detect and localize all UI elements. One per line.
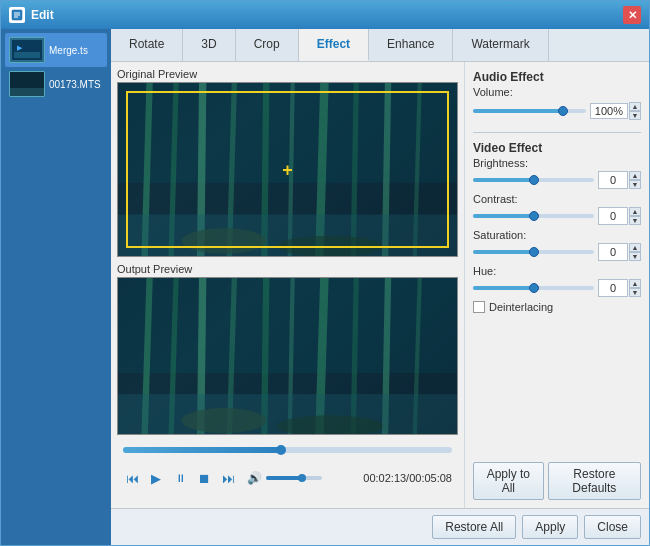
volume-area: 🔊 <box>247 471 322 485</box>
tab-rotate[interactable]: Rotate <box>111 29 183 61</box>
volume-value: 100% <box>590 103 628 119</box>
contrast-thumb[interactable] <box>529 211 539 221</box>
hue-label-row: Hue: <box>473 265 641 277</box>
title-bar: Edit ✕ <box>1 1 649 29</box>
sidebar-item-file[interactable]: 00173.MTS <box>5 67 107 101</box>
svg-point-37 <box>182 408 267 433</box>
tab-watermark[interactable]: Watermark <box>453 29 548 61</box>
contrast-down[interactable]: ▼ <box>629 216 641 225</box>
contrast-track[interactable] <box>473 214 594 218</box>
hue-fill <box>473 286 534 290</box>
brightness-down[interactable]: ▼ <box>629 180 641 189</box>
brightness-label-row: Brightness: <box>473 157 641 169</box>
saturation-label: Saturation: <box>473 229 543 241</box>
volume-effect-track[interactable] <box>473 109 586 113</box>
brightness-thumb[interactable] <box>529 175 539 185</box>
saturation-thumb[interactable] <box>529 247 539 257</box>
saturation-up[interactable]: ▲ <box>629 243 641 252</box>
volume-slider-container <box>473 104 586 118</box>
saturation-slider-row: ▲ ▼ <box>473 243 641 261</box>
tab-3d[interactable]: 3D <box>183 29 235 61</box>
hue-value[interactable] <box>598 279 628 297</box>
hue-track[interactable] <box>473 286 594 290</box>
app-icon <box>9 7 25 23</box>
saturation-value[interactable] <box>598 243 628 261</box>
tab-bar: Rotate 3D Crop Effect Enhance Watermark <box>111 29 649 62</box>
progress-track[interactable] <box>123 447 452 453</box>
svg-rect-5 <box>14 52 40 58</box>
edit-window: Edit ✕ ▶ Merge.ts 00173.MTS Rota <box>0 0 650 546</box>
close-dialog-button[interactable]: Close <box>584 515 641 539</box>
time-display: 00:02:13/00:05:08 <box>363 472 452 484</box>
close-button[interactable]: ✕ <box>623 6 641 24</box>
saturation-fill <box>473 250 534 254</box>
effects-panel: Audio Effect Volume: <box>464 62 649 508</box>
saturation-track[interactable] <box>473 250 594 254</box>
original-video-frame: + <box>117 82 458 257</box>
brightness-up[interactable]: ▲ <box>629 171 641 180</box>
output-video-frame <box>117 277 458 435</box>
brightness-fill <box>473 178 534 182</box>
apply-to-all-button[interactable]: Apply to All <box>473 462 544 500</box>
volume-slider-row: 100% ▲ ▼ <box>473 102 641 120</box>
apply-button[interactable]: Apply <box>522 515 578 539</box>
saturation-slider-container <box>473 245 594 259</box>
svg-rect-8 <box>10 88 45 97</box>
contrast-slider-row: ▲ ▼ <box>473 207 641 225</box>
original-video-placeholder: + <box>118 83 457 256</box>
progress-thumb[interactable] <box>276 445 286 455</box>
volume-effect-thumb[interactable] <box>558 106 568 116</box>
skip-back-button[interactable]: ⏮ <box>123 469 141 487</box>
restore-all-button[interactable]: Restore All <box>432 515 516 539</box>
hue-label: Hue: <box>473 265 543 277</box>
contrast-fill <box>473 214 534 218</box>
volume-up-arrow[interactable]: ▲ <box>629 102 641 111</box>
brightness-slider-row: ▲ ▼ <box>473 171 641 189</box>
sidebar: ▶ Merge.ts 00173.MTS <box>1 29 111 545</box>
brightness-spinners: ▲ ▼ <box>629 171 641 189</box>
deinterlacing-checkbox[interactable] <box>473 301 485 313</box>
contrast-value[interactable] <box>598 207 628 225</box>
file-filename: 00173.MTS <box>49 79 101 90</box>
saturation-label-row: Saturation: <box>473 229 641 241</box>
brightness-track[interactable] <box>473 178 594 182</box>
volume-icon: 🔊 <box>247 471 262 485</box>
video-panels: Original Preview <box>111 62 464 508</box>
audio-effect-section: Audio Effect Volume: <box>473 70 641 124</box>
volume-thumb[interactable] <box>298 474 306 482</box>
play-button[interactable]: ▶ <box>147 469 165 487</box>
bottom-buttons: Restore All Apply Close <box>111 508 649 545</box>
deinterlacing-label: Deinterlacing <box>489 301 553 313</box>
saturation-down[interactable]: ▼ <box>629 252 641 261</box>
output-preview-label: Output Preview <box>117 263 458 275</box>
hue-spinners: ▲ ▼ <box>629 279 641 297</box>
volume-slider[interactable] <box>266 476 322 480</box>
brightness-label: Brightness: <box>473 157 543 169</box>
hue-down[interactable]: ▼ <box>629 288 641 297</box>
merge-thumb: ▶ <box>9 37 45 63</box>
content-area: ▶ Merge.ts 00173.MTS Rotate 3D Crop Effe… <box>1 29 649 545</box>
volume-down-arrow[interactable]: ▼ <box>629 111 641 120</box>
pause-button[interactable]: ⏸ <box>171 469 189 487</box>
tab-enhance[interactable]: Enhance <box>369 29 453 61</box>
progress-fill <box>123 447 281 453</box>
hue-slider-row: ▲ ▼ <box>473 279 641 297</box>
video-effect-section: Video Effect Brightness: <box>473 141 641 313</box>
contrast-label-row: Contrast: <box>473 193 641 205</box>
tab-crop[interactable]: Crop <box>236 29 299 61</box>
saturation-spinners: ▲ ▼ <box>629 243 641 261</box>
contrast-up[interactable]: ▲ <box>629 207 641 216</box>
title-bar-left: Edit <box>9 7 54 23</box>
sidebar-item-merge[interactable]: ▶ Merge.ts <box>5 33 107 67</box>
brightness-value[interactable] <box>598 171 628 189</box>
svg-point-23 <box>277 236 383 256</box>
crop-center-marker: + <box>282 159 293 180</box>
audio-effect-title: Audio Effect <box>473 70 641 84</box>
restore-defaults-button[interactable]: Restore Defaults <box>548 462 641 500</box>
skip-forward-button[interactable]: ⏭ <box>219 469 237 487</box>
panels-area: Original Preview <box>111 62 649 508</box>
tab-effect[interactable]: Effect <box>299 29 369 61</box>
hue-thumb[interactable] <box>529 283 539 293</box>
stop-button[interactable]: ⏹ <box>195 469 213 487</box>
hue-up[interactable]: ▲ <box>629 279 641 288</box>
